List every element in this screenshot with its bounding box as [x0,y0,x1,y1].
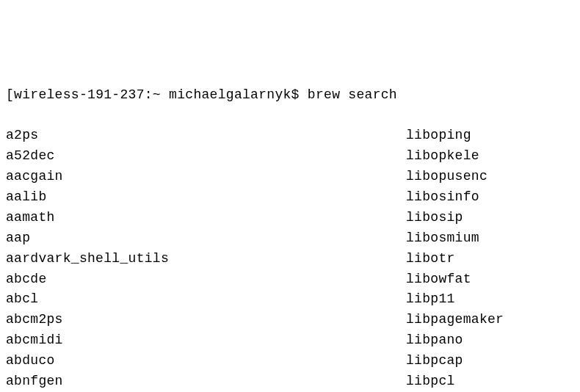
prompt-cwd: ~ [153,87,161,102]
list-item: aamath [6,208,406,228]
list-item: libpcap [406,351,574,371]
list-item: a52dec [6,146,406,167]
list-item: abduco [6,351,406,371]
list-item: libosip [406,208,574,228]
list-item: libpcl [406,371,574,392]
list-item: aacgain [6,167,406,187]
prompt-bracket: [ [6,87,14,102]
list-item: a2ps [6,126,406,146]
list-item: libowfat [406,269,574,290]
prompt-sep: : [145,87,153,102]
list-item: libosmium [406,228,574,249]
prompt-dollar: $ [291,87,300,102]
list-item: aap [6,228,406,249]
list-item: libp11 [406,289,574,310]
list-item: aardvark_shell_utils [6,249,406,269]
list-item: liboping [406,126,574,146]
prompt-user: michaelgalarnyk [169,87,291,102]
list-item: abcm2ps [6,310,406,330]
list-item: abnfgen [6,371,406,392]
list-item: abcde [6,269,406,290]
list-item: libopkele [406,146,574,167]
list-item: libopusenc [406,167,574,187]
list-item: abcmidi [6,330,406,351]
list-item: libosinfo [406,187,574,208]
prompt-host: wireless-191-237 [14,87,145,102]
output-column-left: a2ps a52dec aacgain aalib aamath aap aar… [6,126,406,392]
list-item: libotr [406,249,574,269]
output-column-right: liboping libopkele libopusenc libosinfo … [406,126,574,392]
terminal-prompt-line: [wireless-191-237:~ michaelgalarnyk$ bre… [6,85,574,106]
list-item: aalib [6,187,406,208]
list-item: libpano [406,330,574,351]
prompt-command[interactable]: brew search [308,87,397,102]
list-item: abcl [6,289,406,310]
list-item: libpagemaker [406,310,574,330]
output-columns: a2ps a52dec aacgain aalib aamath aap aar… [6,126,574,392]
